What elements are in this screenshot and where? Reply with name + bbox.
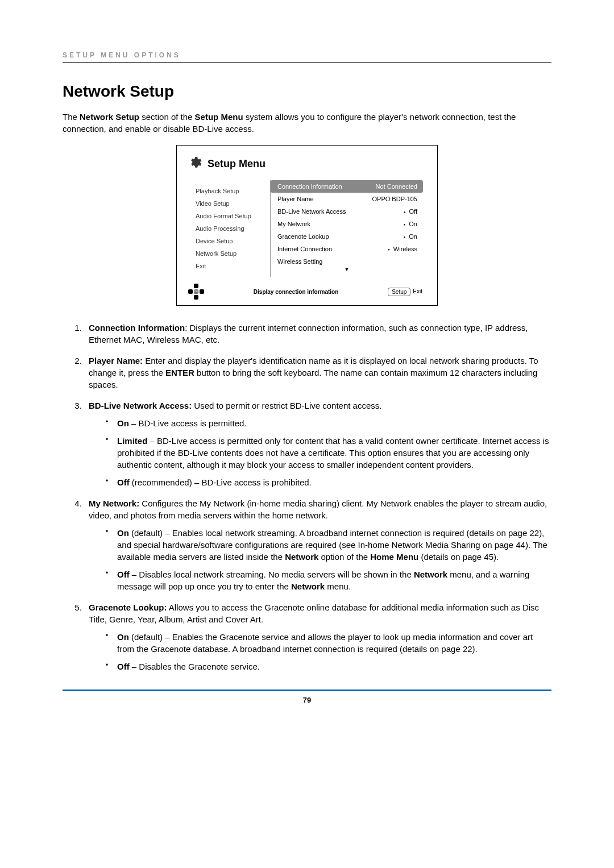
list-item: Player Name: Enter and display the playe… bbox=[84, 355, 551, 391]
setting-value: Off bbox=[404, 208, 417, 215]
option-text: (details on page 45). bbox=[418, 552, 499, 562]
gear-icon bbox=[188, 156, 202, 172]
option-name: On bbox=[117, 528, 129, 538]
screenshot-help-text: Display connection information bbox=[254, 289, 338, 295]
chevron-down-icon: ▼ bbox=[271, 267, 423, 272]
sub-item: Off – Disables local network streaming. … bbox=[117, 568, 551, 592]
setting-row: Wireless Setting bbox=[271, 255, 423, 268]
menu-item: Network Setup bbox=[196, 247, 264, 260]
option-name: On bbox=[117, 418, 129, 428]
text: section of the bbox=[139, 112, 195, 122]
option-text: – BD-Live access is permitted. bbox=[129, 418, 247, 428]
bold-text: Network bbox=[291, 582, 325, 591]
option-name: Off bbox=[117, 662, 130, 671]
setting-value: Wireless bbox=[388, 246, 417, 252]
setting-label: BD-Live Network Access bbox=[277, 208, 404, 215]
item-title: My Network: bbox=[89, 499, 139, 508]
menu-item: Audio Format Setup bbox=[196, 210, 264, 222]
setting-value: On bbox=[404, 233, 417, 240]
setting-row: My Network On bbox=[271, 218, 423, 230]
bold-text: Network bbox=[414, 570, 447, 579]
sub-item: Off (recommended) – BD-Live access is pr… bbox=[117, 476, 551, 488]
page-title: Network Setup bbox=[63, 82, 551, 101]
setting-value: Not Connected bbox=[376, 183, 417, 190]
exit-button-label: Exit bbox=[412, 288, 426, 296]
screenshot-left-menu: Playback Setup Video Setup Audio Format … bbox=[185, 180, 271, 277]
setting-value: On bbox=[404, 221, 417, 227]
item-title: Player Name: bbox=[89, 356, 143, 366]
item-title: Connection Information bbox=[89, 323, 185, 333]
bold-text: Network bbox=[285, 552, 318, 562]
screenshot-footer: OK Display connection information Setup … bbox=[185, 284, 429, 300]
menu-item: Audio Processing bbox=[196, 222, 264, 235]
screenshot-buttons: Setup Exit bbox=[388, 288, 426, 296]
list-item: My Network: Configures the My Network (i… bbox=[84, 497, 551, 592]
sub-item: On (default) – Enables the Gracenote ser… bbox=[117, 631, 551, 655]
bold-text: Home Menu bbox=[370, 552, 418, 562]
sub-item: On (default) – Enables local network str… bbox=[117, 527, 551, 563]
setting-label: Internet Connection bbox=[277, 246, 388, 252]
option-text: option of the bbox=[318, 552, 370, 562]
header-section-label: SETUP MENU OPTIONS bbox=[63, 51, 551, 63]
item-text: Used to permit or restrict BD-Live conte… bbox=[192, 401, 381, 410]
option-text: (recommended) – BD-Live access is prohib… bbox=[130, 477, 312, 487]
sub-item: Limited – BD-Live access is permitted on… bbox=[117, 435, 551, 471]
option-text: (default) – Enables the Gracenote servic… bbox=[117, 632, 533, 654]
sub-bullet-list: On (default) – Enables the Gracenote ser… bbox=[89, 631, 551, 672]
item-title: Gracenote Lookup: bbox=[89, 603, 167, 612]
list-item: Connection Information: Displays the cur… bbox=[84, 322, 551, 346]
sub-item: Off – Disables the Gracenote service. bbox=[117, 661, 551, 672]
dpad-icon: OK bbox=[188, 284, 204, 300]
item-title: BD-Live Network Access: bbox=[89, 401, 192, 410]
option-name: Off bbox=[117, 570, 130, 579]
screenshot-title-row: Setup Menu bbox=[185, 156, 429, 172]
option-text: – BD-Live access is permitted only for c… bbox=[117, 436, 549, 470]
bold-text: ENTER bbox=[165, 368, 194, 377]
list-item: BD-Live Network Access: Used to permit o… bbox=[84, 400, 551, 488]
setup-menu-screenshot: Setup Menu Playback Setup Video Setup Au… bbox=[176, 145, 438, 306]
sub-item: On – BD-Live access is permitted. bbox=[117, 417, 551, 429]
bold-text: Network Setup bbox=[80, 112, 139, 122]
setting-row-selected: Connection Information Not Connected bbox=[271, 180, 423, 193]
option-text: – Disables the Gracenote service. bbox=[130, 662, 260, 671]
setting-value: OPPO BDP-105 bbox=[372, 196, 417, 202]
setting-label: Gracenote Lookup bbox=[277, 233, 404, 240]
setting-label: Wireless Setting bbox=[277, 258, 417, 265]
setting-row: Player Name OPPO BDP-105 bbox=[271, 193, 423, 205]
menu-item: Exit bbox=[196, 260, 264, 272]
sub-bullet-list: On – BD-Live access is permitted. Limite… bbox=[89, 417, 551, 488]
main-numbered-list: Connection Information: Displays the cur… bbox=[63, 322, 551, 672]
option-name: Limited bbox=[117, 436, 147, 446]
page-number: 79 bbox=[63, 690, 551, 704]
item-text: Configures the My Network (in-home media… bbox=[89, 499, 547, 520]
menu-item: Playback Setup bbox=[196, 185, 264, 197]
menu-item: Device Setup bbox=[196, 235, 264, 247]
sub-bullet-list: On (default) – Enables local network str… bbox=[89, 527, 551, 592]
setting-row: BD-Live Network Access Off bbox=[271, 205, 423, 218]
setting-label: Connection Information bbox=[277, 183, 376, 190]
screenshot-body: Playback Setup Video Setup Audio Format … bbox=[185, 180, 429, 277]
bold-text: Setup Menu bbox=[195, 112, 243, 122]
setup-button-label: Setup bbox=[388, 288, 410, 296]
option-text: menu. bbox=[325, 582, 351, 591]
setting-label: Player Name bbox=[277, 196, 372, 202]
screenshot-right-panel: Connection Information Not Connected Pla… bbox=[271, 180, 429, 277]
list-item: Gracenote Lookup: Allows you to access t… bbox=[84, 601, 551, 672]
setting-label: My Network bbox=[277, 221, 404, 227]
setting-row: Gracenote Lookup On bbox=[271, 230, 423, 243]
option-name: Off bbox=[117, 477, 130, 487]
setting-row: Internet Connection Wireless bbox=[271, 243, 423, 255]
menu-item: Video Setup bbox=[196, 197, 264, 210]
text: The bbox=[63, 112, 80, 122]
option-text: – Disables local network streaming. No m… bbox=[130, 570, 414, 579]
screenshot-title: Setup Menu bbox=[208, 158, 265, 170]
option-name: On bbox=[117, 632, 129, 642]
intro-paragraph: The Network Setup section of the Setup M… bbox=[63, 111, 551, 135]
